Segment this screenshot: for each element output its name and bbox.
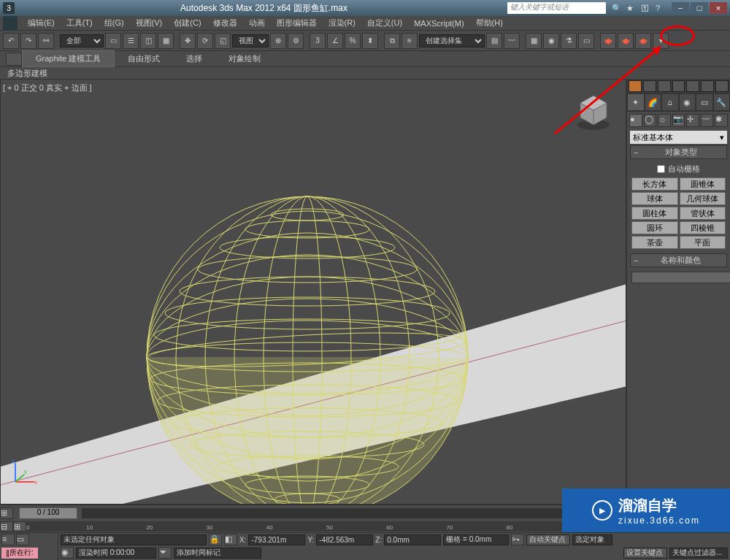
tab-motion-icon[interactable]: ◉ [679,93,696,111]
btn-cone[interactable]: 圆锥体 [680,177,726,191]
move-button[interactable]: ✥ [180,33,196,49]
key-icon[interactable]: ⚿ [641,4,651,13]
render-production-button[interactable]: 🫖 [600,33,616,49]
tab-freeform[interactable]: 自由形式 [115,51,173,66]
render-frame-button[interactable]: ▭ [578,33,594,49]
time-slider[interactable]: ⊞ 0 / 100 [0,505,626,521]
time-track[interactable] [82,508,622,518]
frame-ruler[interactable]: 0 10 20 30 40 50 60 70 80 [26,521,626,532]
timeconfig-button[interactable]: ⊞ [0,507,13,519]
star-icon[interactable]: ★ [626,4,637,13]
maxscript-prompt[interactable]: ‖所在行: [1,548,38,559]
x-coord[interactable]: -793.201m [248,534,305,545]
search-input[interactable]: 键入关键字或短语 [507,2,606,14]
subtab-warps-icon[interactable]: 〰 [701,114,714,127]
menu-create[interactable]: 创建(C) [168,18,207,28]
tab-graphite[interactable]: Graphite 建模工具 [22,50,115,67]
selkey-dropdown[interactable]: 选定对象 [572,534,612,545]
category-dropdown[interactable]: 标准基本体▾ [630,131,727,144]
percent-snap-button[interactable]: % [345,33,361,49]
tab-selection[interactable]: 选择 [173,51,215,66]
qicon-6[interactable] [701,80,714,92]
timetag-button[interactable]: ⏷ [158,547,172,559]
menu-custom[interactable]: 自定义(U) [361,18,408,28]
btn-pyramid[interactable]: 四棱锥 [680,221,726,234]
qicon-2[interactable] [643,80,656,92]
setkey-button[interactable]: 设置关键点 [623,548,667,559]
object-name-input[interactable] [631,272,730,283]
layer-button[interactable]: ▤ [486,33,502,49]
render-iterate-button[interactable]: 🫖 [618,33,634,49]
selection-filter[interactable]: 全部 [60,34,104,47]
render-setup-button[interactable]: ⚗ [561,33,577,49]
qicon-1[interactable] [629,80,642,92]
btn-box[interactable]: 长方体 [631,177,678,191]
tab-objpaint[interactable]: 对象绘制 [215,51,274,66]
curve-editor-button[interactable]: 〰 [504,33,520,49]
btn-geosphere[interactable]: 几何球体 [680,192,726,205]
isolate-button[interactable]: ◉ [61,547,74,559]
rollout-object-type[interactable]: −对象类型 [630,145,727,159]
select-button[interactable]: ▭ [105,33,121,49]
material-editor-button[interactable]: ◉ [543,33,559,49]
btn-teapot[interactable]: 茶壶 [631,236,678,249]
help-icon[interactable]: ? [656,4,666,13]
menu-maxscript[interactable]: MAXScript(M) [408,19,469,28]
z-coord[interactable]: 0.0mm [384,534,441,545]
angle-snap-button[interactable]: ∠ [327,33,343,49]
subtab-cameras-icon[interactable]: 📷 [672,114,685,127]
keyfilter-button[interactable]: 关键点过滤器... [669,548,728,559]
trackbar-toggle-2[interactable]: ⊞ [13,521,26,532]
subtab-geometry-icon[interactable]: ● [629,114,642,127]
subtab-lights-icon[interactable]: ☼ [658,114,671,127]
snap-button[interactable]: 3 [310,33,326,49]
abs-rel-button[interactable]: ◧ [224,534,237,545]
refcoord-dropdown[interactable]: 视图 [232,34,269,47]
viewport-label[interactable]: [ + 0 正交 0 真实 + 边面 ] [3,83,92,93]
minimize-button[interactable]: − [672,2,689,14]
tab-display-icon[interactable]: ▭ [696,93,713,111]
qicon-4[interactable] [672,80,685,92]
listener-button[interactable]: ▭ [16,534,29,545]
subtab-systems-icon[interactable]: ✱ [715,114,728,127]
add-time-tag[interactable]: 添加时间标记 [174,548,261,559]
viewcube-icon[interactable] [575,93,612,131]
tab-hierarchy-icon[interactable]: ⩍ [661,93,679,111]
maxscript-mini-button[interactable]: ≡ [1,534,15,545]
pivot-button[interactable]: ⊕ [270,33,286,49]
render-last-button[interactable]: 🫖 [635,33,651,49]
app-menu-icon[interactable] [3,16,18,31]
undo-button[interactable]: ↶ [3,33,19,49]
rotate-button[interactable]: ⟳ [197,33,213,49]
scale-button[interactable]: ◱ [215,33,231,49]
menu-render[interactable]: 渲染(R) [323,18,361,28]
select-region-button[interactable]: ◫ [140,33,156,49]
btn-plane[interactable]: 平面 [680,236,726,249]
lock-selection-button[interactable]: 🔒 [209,534,222,545]
align-button[interactable]: ≡ [402,33,418,49]
schematic-button[interactable]: ▦ [526,33,542,49]
qicon-7[interactable] [715,80,729,92]
tab-create-icon[interactable]: ✦ [627,93,645,111]
menu-anim[interactable]: 动画 [243,18,271,28]
close-button[interactable]: × [710,2,727,14]
subtab-shapes-icon[interactable]: ◯ [644,114,657,127]
menu-group[interactable]: 组(G) [99,18,130,28]
viewport[interactable]: z x y [0,79,626,505]
btn-cylinder[interactable]: 圆柱体 [631,207,678,220]
trackbar-toggle-1[interactable]: ⊟ [0,521,13,532]
y-coord[interactable]: -482.563m [316,534,373,545]
ribbon-config-button[interactable] [6,53,22,66]
menu-tools[interactable]: 工具(T) [61,18,99,28]
autokey-button[interactable]: 自动关键点 [526,534,570,545]
render-dropdown-button[interactable]: ▾ [653,33,669,49]
menu-help[interactable]: 帮助(H) [470,18,509,28]
menu-view[interactable]: 视图(V) [130,18,169,28]
btn-sphere[interactable]: 球体 [631,192,678,205]
window-crossing-button[interactable]: ▦ [158,33,174,49]
btn-tube[interactable]: 管状体 [680,207,726,220]
redo-button[interactable]: ↷ [20,33,36,49]
link-button[interactable]: ⚯ [38,33,54,49]
search-icon[interactable]: 🔍 [612,4,622,13]
qicon-3[interactable] [658,80,671,92]
